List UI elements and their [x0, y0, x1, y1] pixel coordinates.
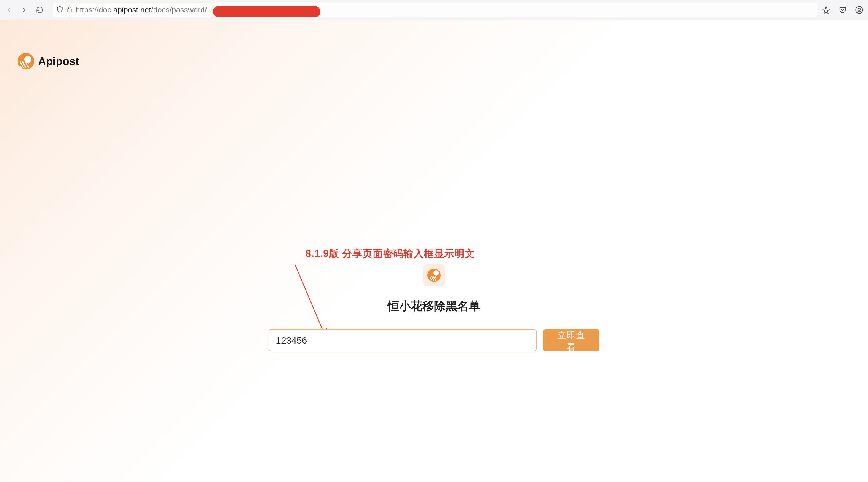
- input-row: 立即查看: [269, 329, 599, 351]
- view-button[interactable]: 立即查看: [543, 329, 599, 351]
- password-card: 恒小花移除黑名单 立即查看: [269, 264, 599, 351]
- url-prefix: https://doc.: [75, 5, 113, 14]
- address-bar[interactable]: https://doc.apipost.net/docs/password/: [53, 3, 817, 17]
- star-icon[interactable]: [822, 5, 831, 14]
- url-host: apipost.net: [113, 5, 151, 14]
- doc-title: 恒小花移除黑名单: [388, 298, 480, 314]
- back-button[interactable]: [4, 5, 13, 14]
- annotation-redaction: [213, 6, 320, 17]
- shield-icon: [56, 6, 63, 14]
- annotation-text: 8.1.9版 分享页面密码输入框显示明文: [306, 247, 475, 261]
- svg-rect-0: [67, 9, 72, 12]
- nav-buttons: [4, 5, 44, 14]
- forward-button[interactable]: [20, 5, 29, 14]
- svg-point-2: [858, 8, 861, 10]
- page-content: Apipost 8.1.9版 分享页面密码输入框显示明文 恒小花移除黑名单 立即…: [0, 20, 868, 482]
- card-logo: [423, 264, 445, 286]
- url-text: https://doc.apipost.net/docs/password/: [75, 3, 207, 17]
- security-icons: [56, 6, 73, 14]
- url-suffix: /docs/password/: [151, 5, 207, 14]
- card-logo-icon: [427, 269, 441, 282]
- svg-point-1: [856, 6, 863, 13]
- pocket-icon[interactable]: [838, 5, 847, 14]
- reload-button[interactable]: [35, 5, 44, 14]
- brand: Apipost: [18, 53, 79, 69]
- lock-icon: [66, 6, 73, 14]
- browser-toolbar: https://doc.apipost.net/docs/password/: [0, 0, 868, 20]
- password-input[interactable]: [269, 329, 536, 351]
- brand-logo-icon: [18, 53, 34, 69]
- account-icon[interactable]: [855, 5, 864, 14]
- toolbar-right-icons: [822, 5, 864, 14]
- brand-name: Apipost: [38, 55, 79, 67]
